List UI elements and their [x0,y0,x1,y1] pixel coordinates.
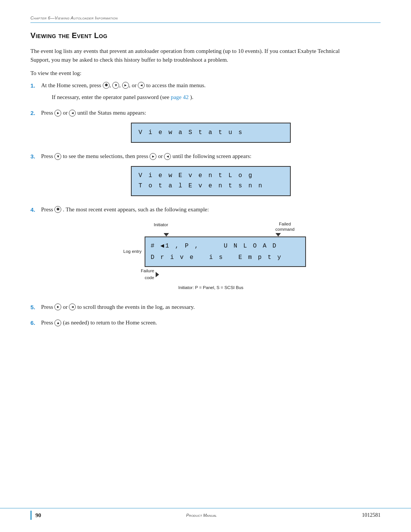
step-6: 6. Press (as needed) to return to the Ho… [30,318,381,330]
step3-chevright-icon [150,153,156,160]
lcd-diag-row2: D r i v e i s E m p t y [151,252,300,263]
comma2: , [119,82,122,88]
page-container: Chapter 6—Viewing Autoloader Information… [0,0,411,532]
failed-command-label: Failedcommand [276,222,295,232]
page-header: Chapter 6—Viewing Autoloader Information [30,14,381,23]
step-5-number: 5. [30,303,41,312]
log-entry-side-label: Log entry [116,248,142,255]
chevright-icon [122,82,129,89]
sub-after: ). [190,94,193,100]
step-4: 4. Press . The most recent event appears… [30,205,381,299]
step-1: 1. At the Home screen, press , , , or to… [30,81,381,105]
to-view-text: To view the event log: [30,70,381,77]
step-4-content: Press . The most recent event appears, s… [41,205,381,299]
lcd-event-log-display: V i e w E v e n t L o g T o t a l E v e … [131,166,291,196]
step-2-until: until the Status menu appears: [77,110,146,116]
chapter-header: Chapter 6—Viewing Autoloader Information [30,16,118,20]
page-42-link[interactable]: page 42 [171,94,189,100]
sub-before: If necessary, enter the operator panel p… [52,94,171,100]
footer-blue-bar [30,511,32,520]
intro-paragraph: The event log lists any events that prev… [30,47,342,65]
step4-asterisk-icon [54,206,61,213]
step3-chevdown-icon [54,153,61,160]
page-footer: 90 Product Manual 1012581 [0,508,411,520]
log-entry-text: Log entry [123,248,142,255]
lcd-event-log: V i e w E v e n t L o g T o t a l E v e … [131,166,291,196]
step-3-text: Press to see the menu selections, then p… [41,152,381,161]
chevleft-icon [138,82,145,89]
step-5-text: Press or to scroll through the events in… [41,303,381,312]
step-4-number: 4. [30,205,41,214]
footer-left-wrapper: 90 [30,511,41,520]
event-log-diagram: Initiator Failedcommand Log entry [116,222,306,291]
step-3-or: or [158,153,164,159]
comma1: , [110,82,113,88]
step3-chevleft-icon [164,153,171,160]
initiator-note-text: Initiator: P = Panel, S = SCSI Bus [178,285,243,290]
step2-chevright-icon [54,110,61,117]
lcd-view-status-display: V i e w a S t a t u s [131,123,291,143]
chevdown-icon [112,82,119,89]
step-5-content: Press or to scroll through the events in… [41,303,381,315]
step5-chevright-icon [54,304,61,310]
step-3: 3. Press to see the menu selections, the… [30,152,381,201]
failed-command-arrow [276,233,281,236]
lcd-diag-row1: # ◀1 , P , U N L O A D [151,240,300,252]
step-6-number: 6. [30,318,41,327]
step-3-number: 3. [30,152,41,161]
step-4-text: Press . The most recent event appears, s… [41,205,381,214]
step-3-content: Press to see the menu selections, then p… [41,152,381,201]
step2-chevleft-icon [69,110,76,117]
step-6-content: Press (as needed) to return to the Home … [41,318,381,330]
lcd-view-status-text: V i e w a S t a t u s [139,129,244,136]
top-labels: Initiator Failedcommand [116,222,306,232]
step-1-subtext: If necessary, enter the operator panel p… [52,93,381,102]
step-2-text: Press or until the Status menu appears: [41,109,381,117]
step-1-content: At the Home screen, press , , , or to ac… [41,81,381,105]
top-arrows [116,233,306,236]
step-5: 5. Press or to scroll through the events… [30,303,381,315]
lcd-diag-display: # ◀1 , P , U N L O A D D r i v e i s E m… [145,236,306,267]
initiator-label: Initiator [154,222,168,232]
bottom-annotations: Failure code [116,268,306,281]
lcd-diag-container: # ◀1 , P , U N L O A D D r i v e i s E m… [145,236,306,267]
step-1-number: 1. [30,81,41,90]
step-5-desc: to scroll through the events in the log,… [77,304,195,310]
failure-label: Failure [141,268,154,275]
step6-chevup-icon [54,320,61,326]
step-2: 2. Press or until the Status menu appear… [30,109,381,148]
step-5-press: Press [41,304,54,310]
steps-list: 1. At the Home screen, press , , , or to… [30,81,381,331]
step-4-press: Press [41,206,54,212]
footer-center-text: Product Manual [186,513,217,518]
step-3-to-see: to see the menu selections, then press [63,153,150,159]
lcd-view-status: V i e w a S t a t u s [131,123,291,143]
step-1-text: At the Home screen, press , , , or to ac… [41,81,381,90]
step-3-until: until the following screen appears: [172,153,251,159]
failure-label-block: Failure code [141,268,154,281]
failure-code-arrow [156,272,159,277]
step-6-desc: (as needed) to return to the Home screen… [63,320,157,326]
step-2-or: or [63,110,69,116]
asterisk-icon [103,82,110,89]
section-title: Viewing the Event Log [30,31,381,40]
lcd-diag-row: Log entry # ◀1 , P , U N L O A D D r i v… [116,236,306,267]
step-3-press: Press [41,153,54,159]
lcd-line2: T o t a l E v e n t s n n [139,181,283,191]
code-label: code [145,275,154,281]
footer-page-number: 90 [35,512,41,519]
step-5-or: or [63,304,69,310]
step5-chevleft-icon [69,304,76,310]
step-2-content: Press or until the Status menu appears: … [41,109,381,148]
or-text: , or [129,82,138,88]
step-6-text: Press (as needed) to return to the Home … [41,318,381,327]
step-4-desc: . The most recent event appears, such as… [63,206,209,212]
step-2-press: Press [41,110,54,116]
step-2-number: 2. [30,109,41,117]
step-1-text-after: to access the main menus. [146,82,206,88]
footer-right-text: 1012581 [362,512,381,518]
step-6-press: Press [41,320,54,326]
lcd-line1: V i e w E v e n t L o g [139,171,283,181]
initiator-arrow [164,233,169,236]
step-1-text-before: At the Home screen, press [41,82,103,88]
